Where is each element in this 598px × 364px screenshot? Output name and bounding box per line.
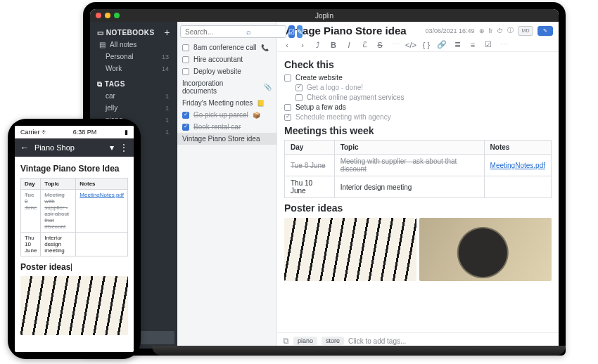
tag-chip-piano[interactable]: piano [293, 337, 317, 345]
search-icon[interactable]: ⌕ [246, 27, 251, 36]
toggle-view-markdown[interactable]: MD [518, 26, 533, 36]
checkbox-list-button[interactable]: ☑ [484, 40, 492, 49]
attachment-link[interactable]: MeetingNotes.pdf [79, 192, 124, 198]
cell-notes [484, 176, 551, 198]
add-notebook-button[interactable]: + [164, 27, 170, 37]
sidebar-notebook-work[interactable]: Work 14 [93, 63, 174, 74]
cell-topic: Meeting with supplier - ask about that d… [334, 155, 484, 176]
highlight-button[interactable]: ℰ [360, 40, 369, 49]
dropdown-icon[interactable]: ▾ [110, 143, 114, 152]
back-icon[interactable]: ← [20, 143, 29, 152]
ordered-list-button[interactable]: ≡ [469, 41, 477, 49]
checkbox-icon[interactable] [284, 114, 291, 121]
task-create-website[interactable]: Create website [284, 74, 552, 82]
checkbox-icon[interactable] [295, 84, 303, 91]
note-list-item[interactable]: Go pick up parcel📦 [177, 109, 276, 121]
note-item-label: Deploy website [193, 67, 241, 75]
toolbar-overflow[interactable]: ⋯ [500, 40, 508, 49]
sidebar-tag-car[interactable]: car1 [93, 90, 174, 102]
add-tags-input[interactable]: Click to add tags... [348, 337, 406, 345]
note-item-label: Go pick up parcel [193, 111, 248, 119]
cell-topic: Meeting with supplier - ask about that d… [41, 190, 76, 233]
task-list: Create website Get a logo - done! Check … [284, 74, 552, 121]
todo-checkbox[interactable] [182, 56, 189, 63]
note-list: 8am conference call📞Hire accountantDeplo… [177, 41, 276, 145]
note-item-emoji: 📎 [264, 84, 272, 91]
note-title-input[interactable]: Vintage Piano Store idea [283, 25, 419, 37]
notebook-title[interactable]: Piano Shop [34, 143, 75, 152]
cell-day: Thu10June [21, 233, 41, 256]
note-list-item[interactable]: Incorporation documents📎 [177, 77, 276, 97]
note-list-item[interactable]: 8am conference call📞 [177, 41, 276, 53]
editor-body[interactable]: Check this Create website Get a logo - d… [277, 52, 559, 332]
note-list-item[interactable]: Vintage Piano Store idea [177, 133, 276, 145]
close-window-button[interactable] [96, 13, 101, 18]
checkbox-icon[interactable] [295, 94, 303, 101]
minimize-window-button[interactable] [105, 13, 110, 18]
strike-button[interactable]: S [376, 41, 384, 49]
checkbox-icon[interactable] [284, 74, 291, 82]
note-list-item[interactable]: Friday's Meeting notes📒 [177, 97, 276, 109]
th-day: Day [21, 178, 41, 190]
search-row: ⌕ ☑ ✎ [177, 22, 276, 41]
phone-note-body[interactable]: Vintage Piano Store Idea Day Topic Notes… [15, 157, 134, 341]
todo-checkbox[interactable] [182, 112, 189, 119]
task-schedule-meeting[interactable]: Schedule meeting with agency [284, 113, 552, 121]
cell-day: Tue8June [21, 190, 41, 233]
note-item-emoji: 📒 [257, 100, 265, 107]
note-list-item[interactable]: Book rental car [177, 121, 276, 133]
heading-check-this: Check this [284, 59, 552, 70]
th-topic: Topic [334, 141, 484, 155]
sidebar-tag-jelly[interactable]: jelly1 [93, 102, 174, 114]
search-input[interactable] [180, 25, 286, 38]
new-todo-button[interactable]: ☑ [288, 25, 295, 38]
task-setup-ads[interactable]: Setup a few ads [284, 103, 552, 111]
italic-button[interactable]: I [345, 41, 353, 49]
maximize-window-button[interactable] [114, 13, 120, 18]
overflow-menu-icon[interactable]: ⋮ [120, 143, 128, 152]
window-controls [90, 13, 120, 18]
todo-checkbox[interactable] [182, 124, 189, 131]
note-item-label: 8am conference call [193, 44, 257, 51]
poster-image-piano-keys[interactable] [284, 218, 416, 281]
sidebar-notebooks-header: ▭ NOTEBOOKS + [93, 26, 174, 39]
phone-poster-image[interactable] [20, 276, 128, 335]
alarm-icon[interactable]: ⏱ [497, 27, 503, 34]
note-list-item[interactable]: Deploy website [177, 65, 276, 77]
attach-button[interactable]: 🔗 [438, 40, 446, 49]
spellcheck-language[interactable]: fr [489, 27, 493, 34]
checkbox-icon[interactable] [284, 104, 291, 111]
task-label: Get a logo - done! [307, 84, 363, 91]
toolbar-separator: ⋯ [391, 40, 400, 49]
cell-topic: Interior design meeting [334, 176, 484, 198]
task-get-logo[interactable]: Get a logo - done! [295, 84, 552, 91]
tag-chip-store[interactable]: store [322, 337, 344, 345]
th-day: Day [285, 141, 335, 155]
sidebar-notebook-personal[interactable]: Personal 13 [93, 51, 174, 63]
forward-icon[interactable]: › [298, 41, 307, 49]
code-block-button[interactable]: { } [422, 41, 431, 49]
attachment-link[interactable]: MeetingNotes.pdf [490, 162, 545, 169]
table-row: Thu10JuneInterior design meeting [21, 233, 128, 256]
task-check-payment[interactable]: Check online payment services [295, 93, 552, 101]
laptop-screen: Joplin ▭ NOTEBOOKS + ▤ All notes Persona… [90, 9, 559, 349]
bullet-list-button[interactable]: ≣ [453, 40, 462, 49]
heading-meetings: Meetings this week [284, 125, 552, 136]
bold-button[interactable]: B [329, 41, 338, 49]
code-inline-button[interactable]: </> [407, 41, 415, 49]
todo-checkbox[interactable] [182, 68, 189, 75]
toggle-view-rich[interactable]: ✎ [537, 26, 553, 36]
battery-icon: ▮ [125, 129, 128, 136]
globe-icon[interactable]: ⊕ [479, 27, 485, 34]
sidebar-all-notes[interactable]: ▤ All notes [93, 39, 174, 51]
new-note-button[interactable]: ✎ [297, 25, 303, 38]
external-edit-icon[interactable]: ⤴ [314, 41, 322, 49]
todo-checkbox[interactable] [182, 44, 189, 51]
poster-image-turntable[interactable] [419, 218, 552, 281]
note-item-label: Vintage Piano Store idea [182, 135, 260, 143]
note-info-icon[interactable]: ⓘ [507, 26, 514, 35]
note-list-item[interactable]: Hire accountant [177, 53, 276, 65]
laptop-base [152, 346, 566, 356]
back-icon[interactable]: ‹ [283, 41, 291, 49]
th-notes: Notes [484, 141, 551, 155]
